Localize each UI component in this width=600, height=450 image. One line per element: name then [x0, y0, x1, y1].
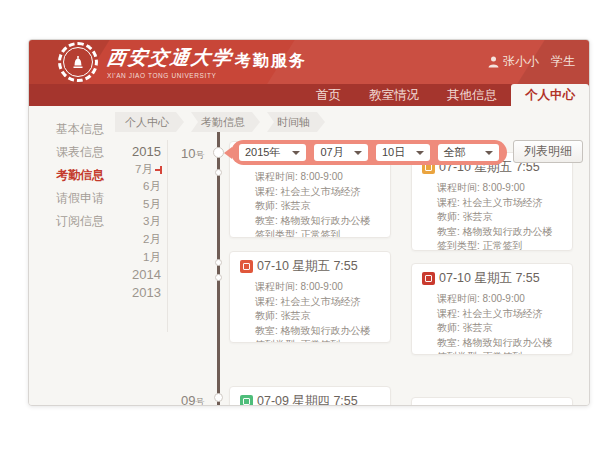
service-title: 考勤服务	[235, 51, 307, 72]
university-name: 西安交通大学 XI'AN JIAO TONG UNIVERSITY	[107, 45, 233, 79]
calendar-icon	[240, 260, 253, 273]
card-field: 教室: 格物致知行政办公楼	[255, 214, 382, 229]
timeline-node	[213, 147, 224, 158]
timeline-year-2013[interactable]: 2013	[29, 284, 161, 302]
calendar-icon	[240, 395, 253, 406]
user-name: 张小小	[503, 53, 539, 70]
category-dropdown[interactable]: 全部	[438, 144, 499, 161]
timeline-month-jan[interactable]: 1月	[29, 249, 161, 267]
chevron-down-icon	[292, 151, 300, 155]
calendar-icon	[422, 272, 435, 285]
card-header: 07-10 星期五 7:55	[412, 264, 572, 290]
card-field: 教师: 张芸京	[437, 210, 564, 225]
card-field: 签到类型: 正常签到	[437, 239, 564, 251]
day-label-09: 09号	[181, 391, 204, 406]
filter-bar: 2015年 07月 10日 全部	[231, 140, 507, 165]
card-header: 07-09 星期四 7:55	[230, 387, 390, 406]
timeline-month-feb[interactable]: 2月	[29, 231, 161, 249]
person-icon	[488, 56, 499, 68]
bell-emblem-icon	[69, 53, 87, 71]
card-field: 教室: 格物致知行政办公楼	[255, 324, 382, 339]
chevron-down-icon	[354, 151, 362, 155]
university-name-en: XI'AN JIAO TONG UNIVERSITY	[107, 72, 233, 79]
card-field: 课程时间: 8:00-9:00	[255, 280, 382, 295]
attendance-card: 07-10 星期五 7:55 课程时间: 8:00-9:00 课程: 社会主义市…	[411, 263, 573, 355]
top-nav: 首页 教室情况 其他信息 个人中心	[29, 84, 589, 106]
chevron-down-icon	[416, 151, 424, 155]
nav-item-personal-center[interactable]: 个人中心	[511, 84, 589, 106]
card-field: 教室: 格物致知行政办公楼	[437, 225, 564, 240]
card-field: 教师: 张芸京	[437, 321, 564, 336]
year-dropdown[interactable]: 2015年	[239, 144, 306, 161]
card-field: 教室: 格物致知行政办公楼	[437, 336, 564, 351]
current-month-marker-icon	[155, 169, 161, 171]
timeline-month-jul[interactable]: 7月	[29, 161, 161, 179]
card-body: 课程时间: 8:00-9:00 课程: 社会主义市场经济 教师: 张芸京 教室:…	[230, 168, 390, 238]
card-header: 07-10 星期五 7:55	[230, 252, 390, 278]
card-title: 07-10 星期五 7:55	[257, 258, 358, 275]
card-field: 教师: 张芸京	[255, 199, 382, 214]
card-title: 07-09 星期四 7:55	[257, 393, 358, 406]
attendance-card: 07-09 星期四 7:55	[229, 386, 391, 406]
university-logo-icon	[58, 42, 98, 82]
sidebar-item-basic-info[interactable]: 基本信息	[29, 118, 129, 141]
day-dropdown[interactable]: 10日	[376, 144, 430, 161]
card-field: 签到类型: 正常签到	[255, 228, 382, 238]
attendance-card: 07-10 星期五 7:55 课程时间: 8:00-9:00 课程: 社会主义市…	[411, 152, 573, 251]
timeline-node	[215, 274, 222, 281]
card-field: 课程: 社会主义市场经济	[437, 307, 564, 322]
timeline-year-2015[interactable]: 2015	[29, 143, 161, 161]
card-title: 07-10 星期五 7:55	[439, 270, 540, 287]
timeline-node	[215, 259, 222, 266]
breadcrumb-attendance-info[interactable]: 考勤信息	[191, 112, 260, 132]
timeline-month-jun[interactable]: 6月	[29, 178, 161, 196]
user-role: 学生	[551, 53, 575, 70]
breadcrumb-personal-center[interactable]: 个人中心	[115, 112, 184, 132]
timeline-node	[214, 393, 223, 402]
card-field: 课程时间: 8:00-9:00	[437, 292, 564, 307]
breadcrumb-timeline[interactable]: 时间轴	[267, 112, 325, 132]
attendance-card: 07-10 星期五 7:55 课程时间: 8:00-9:00 课程: 社会主义市…	[229, 251, 391, 343]
app-window: 西安交通大学 XI'AN JIAO TONG UNIVERSITY 考勤服务 张…	[28, 39, 590, 406]
card-body: 课程时间: 8:00-9:00 课程: 社会主义市场经济 教师: 张芸京 教室:…	[230, 278, 390, 343]
user-menu[interactable]: 张小小 学生	[488, 53, 575, 70]
attendance-card-partial	[411, 397, 573, 406]
card-field: 课程: 社会主义市场经济	[255, 295, 382, 310]
card-body: 课程时间: 8:00-9:00 课程: 社会主义市场经济 教师: 张芸京 教室:…	[412, 290, 572, 355]
card-body: 课程时间: 8:00-9:00 课程: 社会主义市场经济 教师: 张芸京 教室:…	[412, 179, 572, 251]
timeline-year-2014[interactable]: 2014	[29, 266, 161, 284]
day-label-10: 10号	[181, 144, 204, 162]
nav-item-classrooms[interactable]: 教室情况	[355, 84, 433, 106]
app-header: 西安交通大学 XI'AN JIAO TONG UNIVERSITY 考勤服务 张…	[29, 40, 589, 84]
month-dropdown[interactable]: 07月	[314, 144, 368, 161]
timeline-year-month-list: 2015 7月 6月 5月 3月 2月 1月 2014 2013	[29, 143, 161, 301]
card-field: 教师: 张芸京	[255, 309, 382, 324]
card-field: 课程时间: 8:00-9:00	[437, 181, 564, 196]
timeline-month-mar[interactable]: 3月	[29, 213, 161, 231]
card-field: 课程: 社会主义市场经济	[437, 196, 564, 211]
card-field: 课程时间: 8:00-9:00	[255, 170, 382, 185]
chevron-down-icon	[485, 151, 493, 155]
timeline-node	[215, 169, 222, 176]
list-detail-button[interactable]: 列表明细	[513, 140, 583, 163]
nav-item-other-info[interactable]: 其他信息	[433, 84, 511, 106]
timeline-month-may[interactable]: 5月	[29, 196, 161, 214]
university-name-cn: 西安交通大学	[105, 45, 235, 71]
card-field: 课程: 社会主义市场经济	[255, 185, 382, 200]
breadcrumb: 个人中心 考勤信息 时间轴	[115, 112, 325, 132]
card-field: 签到类型: 正常签到	[437, 350, 564, 355]
divider	[167, 140, 168, 332]
nav-item-home[interactable]: 首页	[302, 84, 355, 106]
card-field: 签到类型: 正常签到	[255, 338, 382, 343]
